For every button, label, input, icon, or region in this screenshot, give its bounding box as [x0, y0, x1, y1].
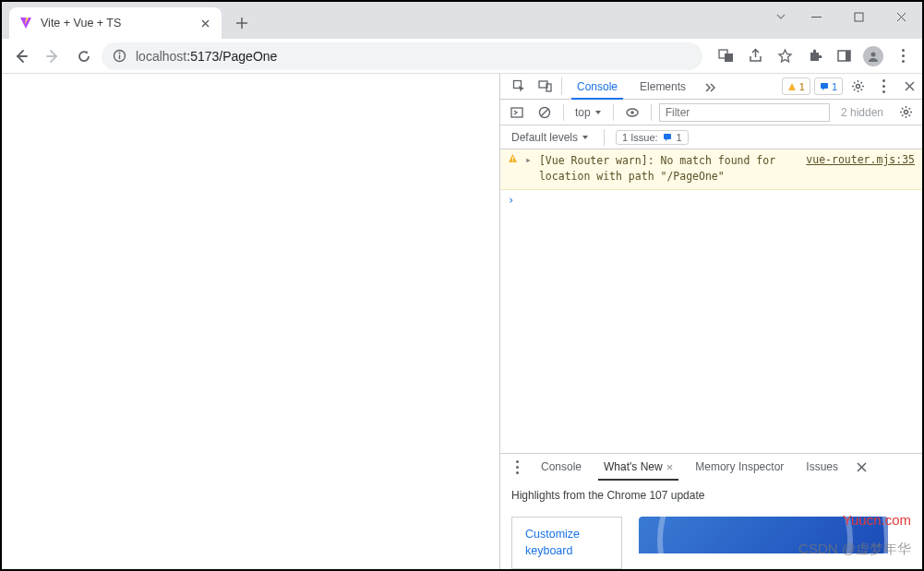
minimize-button[interactable] [795, 2, 837, 31]
back-button[interactable] [7, 42, 35, 70]
console-warning-row[interactable]: ▸ [Vue Router warn]: No match found for … [500, 149, 922, 190]
warning-message: [Vue Router warn]: No match found for lo… [539, 153, 798, 185]
svg-line-27 [541, 109, 548, 116]
console-prompt[interactable]: › [500, 190, 922, 210]
bookmark-icon[interactable] [771, 42, 798, 70]
url-text: localhost:5173/PageOne [136, 49, 277, 64]
drawer-menu-icon[interactable] [504, 454, 530, 480]
devtools-panel: Console Elements 1 1 [499, 74, 922, 569]
profile-button[interactable] [859, 42, 887, 70]
site-info-icon[interactable] [113, 49, 126, 63]
hidden-messages[interactable]: 2 hidden [835, 106, 889, 119]
close-tab-icon[interactable] [198, 16, 212, 30]
drawer-tab-issues[interactable]: Issues [795, 454, 849, 480]
menu-button[interactable] [889, 42, 917, 70]
share-icon[interactable] [741, 42, 769, 70]
svg-rect-32 [512, 157, 513, 160]
console-output: ▸ [Vue Router warn]: No match found for … [500, 149, 922, 453]
console-sidebar-icon[interactable] [506, 101, 528, 124]
new-tab-button[interactable] [229, 10, 255, 36]
browser-tab[interactable]: Vite + Vue + TS [9, 7, 222, 39]
toolbar-actions [706, 42, 917, 70]
filter-input[interactable] [659, 103, 830, 122]
warnings-badge[interactable]: 1 [782, 77, 810, 95]
warning-source-link[interactable]: vue-router.mjs:35 [806, 153, 915, 185]
console-toolbar: top 2 hidden [500, 100, 922, 125]
tab-console[interactable]: Console [566, 74, 629, 99]
extensions-icon[interactable] [800, 42, 828, 70]
page-viewport [2, 74, 499, 569]
drawer-headline: Highlights from the Chrome 107 update [500, 480, 922, 507]
svg-rect-1 [855, 13, 863, 21]
svg-point-17 [871, 52, 876, 56]
drawer-tabs: Console What's New× Memory Inspector Iss… [500, 454, 922, 480]
avatar-icon [863, 46, 883, 66]
drawer-tab-memory[interactable]: Memory Inspector [684, 454, 795, 480]
forward-button[interactable] [39, 42, 66, 70]
svg-point-22 [856, 85, 859, 89]
svg-rect-31 [664, 134, 671, 139]
watermark-author: CSDN @虚梦年华 [798, 541, 911, 558]
close-window-button[interactable] [880, 2, 922, 31]
sidepanel-icon[interactable] [830, 42, 858, 70]
console-settings-icon[interactable] [894, 101, 917, 124]
context-selector[interactable]: top [571, 106, 606, 119]
devtools-tabs: Console Elements 1 1 [500, 74, 922, 100]
browser-toolbar: localhost:5173/PageOne [2, 39, 922, 74]
svg-rect-21 [821, 83, 828, 89]
svg-rect-16 [846, 51, 850, 61]
tab-elements[interactable]: Elements [629, 74, 697, 99]
live-expression-icon[interactable] [621, 101, 643, 124]
svg-point-30 [904, 111, 907, 114]
whatsnew-card-link[interactable]: Customize keyboard [511, 517, 622, 569]
window-dropdown-icon[interactable] [767, 11, 795, 22]
expand-caret-icon[interactable]: ▸ [525, 153, 532, 185]
svg-rect-12 [119, 55, 120, 60]
kebab-icon [902, 49, 905, 63]
more-tabs-icon[interactable] [697, 74, 723, 99]
watermark-site: Yuucn.com [843, 512, 911, 528]
content-area: Console Elements 1 1 [2, 74, 922, 569]
svg-point-29 [630, 111, 634, 114]
svg-rect-33 [512, 161, 513, 161]
svg-point-11 [119, 53, 121, 54]
devtools-close-icon[interactable] [896, 74, 922, 99]
log-levels-selector[interactable]: Default levels [508, 131, 593, 144]
clear-console-icon[interactable] [534, 101, 556, 124]
console-filter-bar: Default levels 1 Issue: 1 [500, 125, 922, 149]
translate-icon[interactable] [712, 42, 739, 70]
inspect-element-icon[interactable] [506, 74, 532, 99]
vite-favicon-icon [18, 16, 33, 30]
reload-button[interactable] [70, 42, 98, 70]
close-tab-icon[interactable]: × [666, 460, 674, 474]
settings-icon[interactable] [845, 74, 870, 99]
drawer-tab-whatsnew[interactable]: What's New× [593, 454, 684, 480]
address-bar[interactable]: localhost:5173/PageOne [102, 42, 702, 70]
maximize-button[interactable] [837, 2, 880, 31]
window-controls [767, 2, 922, 31]
messages-badge[interactable]: 1 [814, 77, 843, 95]
svg-rect-14 [725, 54, 733, 62]
devtools-menu-icon[interactable] [870, 74, 896, 99]
tab-title: Vite + Vue + TS [41, 17, 190, 30]
drawer-close-icon[interactable] [849, 454, 875, 480]
device-toolbar-icon[interactable] [532, 74, 558, 99]
issues-indicator[interactable]: 1 Issue: 1 [616, 130, 689, 145]
warning-icon [508, 153, 518, 185]
drawer-tab-console[interactable]: Console [530, 454, 593, 480]
